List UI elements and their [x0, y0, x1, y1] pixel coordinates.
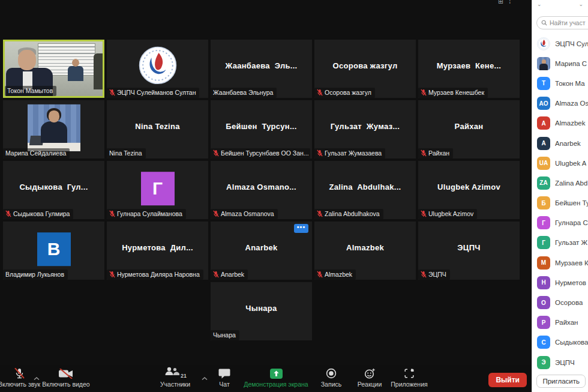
share-screen-label: Демонстрация экрана: [244, 381, 308, 388]
video-muted-icon: [58, 368, 74, 379]
invite-button[interactable]: Пригласить: [536, 375, 586, 388]
participant-initials-avatar: ZA: [537, 176, 550, 190]
participant-list-item[interactable]: Марипа С: [532, 53, 588, 73]
participant-list-item[interactable]: ММурзаев К: [532, 253, 588, 273]
tile-name-label: Zalina Abdulhakova: [314, 209, 383, 219]
record-button[interactable]: Запись: [313, 368, 349, 392]
participant-name: Осорова: [555, 299, 583, 306]
tile-name-text: Осорова жазгул: [325, 89, 371, 96]
muted-mic-icon: [421, 271, 427, 278]
participant-initials-avatar: Р: [537, 316, 550, 329]
participants-options-caret-icon[interactable]: [202, 372, 208, 383]
participant-name: Гулнара С: [555, 219, 588, 226]
record-icon: [326, 368, 337, 379]
more-options-button[interactable]: •••: [294, 224, 308, 233]
participant-list-item[interactable]: ТТокон Ма: [532, 73, 588, 93]
video-tile[interactable]: Осорова жазгулОсорова жазгул: [314, 40, 416, 98]
video-tile[interactable]: Токон Мамытов: [3, 40, 104, 98]
tile-name-text: Гульзат Жумазаева: [325, 149, 382, 157]
participant-list-item[interactable]: ЭЦПЧ Сул: [532, 34, 588, 53]
chat-button[interactable]: Чат: [209, 368, 240, 392]
participant-list-item[interactable]: AOAlmaza Os: [532, 94, 588, 113]
video-tile[interactable]: Almaza Osmano...Almaza Osmanova: [211, 161, 312, 219]
chat-label: Чат: [219, 381, 229, 388]
tile-name-text: Nina Tezina: [109, 149, 142, 157]
meeting-main-area: ⊞ ⁞ Токон МамытовЭЦПЧ Сулейманов СултанЖ…: [0, 0, 532, 392]
tile-name-text: Владимир Лукьянов: [5, 271, 64, 278]
video-tile[interactable]: Anarbek•••Anarbek: [211, 222, 312, 280]
participant-list-item[interactable]: UAUlugbek A: [532, 153, 588, 173]
participant-list-item[interactable]: РРайхан: [532, 313, 588, 333]
participant-photo: [28, 104, 80, 151]
initial-avatar: В: [37, 232, 71, 266]
video-tile[interactable]: ВВладимир Лукьянов: [3, 222, 104, 280]
participant-name: ЭЦПЧ Сул: [555, 40, 588, 47]
muted-mic-icon: [421, 210, 427, 217]
video-tile[interactable]: Нурметова Дил...Нурметова Диляра Наровна: [107, 222, 208, 280]
apps-button[interactable]: Приложения: [388, 368, 431, 392]
video-tile[interactable]: Nina TezinaNina Tezina: [107, 100, 208, 158]
participant-name: Anarbek: [555, 140, 581, 147]
video-tile[interactable]: РайханРайхан: [418, 100, 520, 158]
participant-list-item[interactable]: AAnarbek: [532, 133, 588, 153]
apps-label: Приложения: [391, 381, 427, 388]
tile-name-text: ЭЦПЧ Сулейманов Султан: [117, 89, 196, 96]
search-input[interactable]: [550, 19, 588, 26]
video-tile[interactable]: Zalina Abdulhak...Zalina Abdulhakova: [314, 161, 416, 219]
chevron-down-icon[interactable]: ⌄: [537, 1, 542, 7]
video-tile[interactable]: ЭЦПЧ Сулейманов Султан: [107, 40, 208, 98]
video-tile[interactable]: AlmazbekAlmazbek: [314, 222, 416, 280]
exit-meeting-button[interactable]: Выйти: [488, 373, 527, 387]
initial-avatar: Г: [141, 172, 175, 205]
participant-list-item[interactable]: ССыдыкова: [532, 333, 588, 352]
participant-display-name: Осорова жазгул: [314, 40, 416, 92]
participant-list-item[interactable]: ZAZalina Abd: [532, 173, 588, 193]
chevron-down-icon[interactable]: ⌄: [578, 1, 583, 7]
video-tile[interactable]: Бейшен Турсун...Бейшен Турсунбаев ОО Зан…: [211, 100, 312, 158]
video-tile[interactable]: ГГулнара Сулайманова: [107, 161, 208, 219]
participant-list-item[interactable]: AAlmazbek: [532, 113, 588, 133]
participant-list-item[interactable]: ГГулнара С: [532, 213, 588, 233]
search-icon: [541, 17, 547, 28]
video-tile[interactable]: Жаанбаева Эль...Жаанбаева Эльнура: [211, 40, 312, 98]
tile-name-text: Сыдыкова Гулмира: [13, 210, 70, 217]
participant-initials-avatar: UA: [537, 157, 550, 170]
participant-display-name: Жаанбаева Эль...: [211, 40, 312, 92]
participant-list-item[interactable]: ЭЭЦПЧ: [532, 352, 588, 372]
participants-icon: [164, 366, 179, 379]
reactions-button[interactable]: Реакции: [351, 368, 388, 392]
video-tile[interactable]: Гульзат Жумаз...Гульзат Жумазаева: [314, 100, 416, 158]
participant-display-name: Райхан: [418, 100, 520, 152]
share-screen-button[interactable]: Демонстрация экрана: [241, 368, 311, 392]
view-options-icon[interactable]: ⊞ ⁞: [498, 0, 512, 5]
video-tile[interactable]: Мурзаев Кене...Мурзаев Кенешбек: [418, 40, 520, 98]
video-tile[interactable]: Ulugbek AzimovUlugbek Azimov: [418, 161, 520, 219]
participant-initials-avatar: Г: [537, 236, 550, 249]
participant-list-item[interactable]: ГГульзат Ж: [532, 233, 588, 253]
participants-list: ЭЦПЧ СулМарипа СТТокон МаAOAlmaza OsAAlm…: [532, 34, 588, 372]
start-video-button[interactable]: Включить видео: [37, 368, 95, 392]
video-tile[interactable]: Сыдыкова Гул...Сыдыкова Гулмира: [3, 161, 104, 219]
muted-mic-icon: [421, 89, 427, 96]
tile-name-text: Жаанбаева Эльнура: [213, 89, 273, 96]
video-tile[interactable]: Марипа Сейдалиева: [3, 100, 104, 158]
video-tile[interactable]: ЧынараЧынара: [211, 282, 312, 340]
participant-display-name: Nina Tezina: [107, 100, 208, 152]
participant-list-item[interactable]: ННурметов: [532, 273, 588, 292]
video-tile[interactable]: ЭЦПЧЭЦПЧ: [418, 222, 520, 280]
tile-name-text: Марипа Сейдалиева: [5, 149, 66, 157]
ecph-logo-icon: [139, 46, 177, 84]
tile-name-label: Осорова жазгул: [314, 88, 375, 98]
participant-search[interactable]: [536, 16, 588, 29]
start-video-label: Включить видео: [42, 381, 89, 388]
participant-initials-avatar: С: [537, 336, 550, 349]
participant-list-item[interactable]: ООсорова: [532, 292, 588, 312]
participant-list-item[interactable]: ББейшен Ту: [532, 193, 588, 213]
tile-name-label: Гулнара Сулайманова: [107, 209, 186, 219]
participant-name: Almaza Os: [555, 100, 588, 107]
tile-name-label: Almaza Osmanova: [211, 209, 278, 219]
participants-button[interactable]: 21 Участники: [151, 368, 199, 392]
tile-name-label: ЭЦПЧ: [418, 270, 450, 280]
tile-name-text: Almaza Osmanova: [221, 210, 274, 217]
tile-name-label: Владимир Лукьянов: [3, 270, 68, 280]
